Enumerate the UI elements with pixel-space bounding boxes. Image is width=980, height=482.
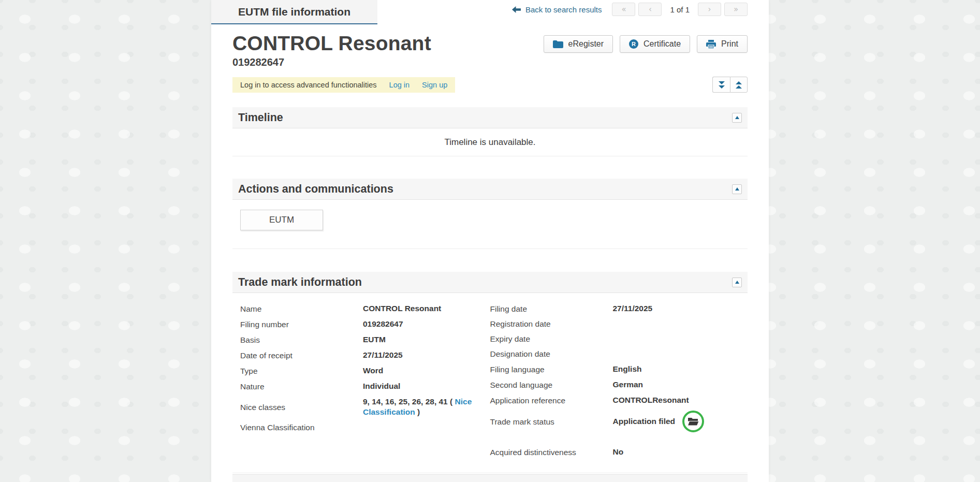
trademark-info-right-column: Filing date27/11/2025Registration dateEx… bbox=[490, 303, 748, 462]
trademark-info-body: NameCONTROL ResonantFiling number0192826… bbox=[232, 293, 748, 473]
chevron-up-icon bbox=[735, 281, 739, 284]
field-value: CONTROLResonant bbox=[613, 395, 689, 405]
chevron-up-icon bbox=[735, 116, 739, 119]
next-page-button[interactable]: › bbox=[698, 3, 721, 16]
field-label: Filing date bbox=[490, 304, 613, 314]
sign-up-link[interactable]: Sign up bbox=[422, 81, 447, 89]
field-value: 27/11/2025 bbox=[613, 303, 653, 314]
title-block: CONTROL Resonant 019282647 bbox=[232, 32, 431, 69]
actions-section-header: Actions and communications bbox=[232, 179, 748, 200]
field-row: Vienna Classification bbox=[240, 422, 475, 432]
field-value: 9, 14, 16, 25, 26, 28, 41 ( Nice Classif… bbox=[363, 397, 475, 417]
trademark-status-icon bbox=[682, 411, 704, 432]
field-label: Filing language bbox=[490, 364, 613, 374]
field-row: Filing date27/11/2025 bbox=[490, 303, 747, 314]
field-row: Acquired distinctivenessNo bbox=[490, 447, 747, 457]
field-value: No bbox=[613, 447, 624, 457]
field-label: Designation date bbox=[490, 349, 613, 359]
next-section-strip bbox=[232, 474, 748, 482]
field-value: 27/11/2025 bbox=[363, 350, 403, 360]
trademark-section-header: Trade mark information bbox=[232, 272, 748, 293]
field-value: German bbox=[613, 379, 643, 390]
field-label: Trade mark status bbox=[490, 417, 613, 427]
expand-all-button[interactable] bbox=[712, 77, 730, 93]
eregister-button[interactable]: eRegister bbox=[544, 35, 613, 53]
field-row: Expiry date bbox=[490, 334, 747, 344]
login-banner-message: Log in to access advanced functionalitie… bbox=[240, 81, 377, 89]
nice-classification-link[interactable]: Nice Classification bbox=[363, 397, 472, 416]
actions-body: EUTM bbox=[232, 200, 748, 249]
field-row: Trade mark statusApplication filed bbox=[490, 411, 747, 432]
field-label: Name bbox=[240, 304, 363, 314]
action-buttons: eRegister R Certificate Print bbox=[544, 35, 748, 53]
last-page-button[interactable]: » bbox=[724, 3, 748, 16]
field-row: NameCONTROL Resonant bbox=[240, 303, 475, 314]
back-link-label: Back to search results bbox=[525, 5, 602, 14]
previous-page-button[interactable]: ‹ bbox=[638, 3, 662, 16]
timeline-empty-message: Timeline is unavailable. bbox=[444, 137, 535, 148]
first-page-button[interactable]: « bbox=[612, 3, 635, 16]
log-in-link[interactable]: Log in bbox=[389, 81, 410, 89]
collapse-all-button[interactable] bbox=[730, 77, 748, 93]
printer-icon bbox=[706, 40, 716, 49]
top-bar: EUTM file information Back to search res… bbox=[232, 0, 748, 24]
field-label: Expiry date bbox=[490, 334, 613, 344]
field-label: Basis bbox=[240, 335, 363, 345]
tab-eutm-file-information[interactable]: EUTM file information bbox=[211, 0, 377, 24]
double-chevron-up-icon bbox=[735, 81, 742, 89]
page-title: CONTROL Resonant bbox=[232, 32, 431, 54]
field-label: Vienna Classification bbox=[240, 422, 363, 432]
field-row: Registration date bbox=[490, 319, 747, 329]
print-button[interactable]: Print bbox=[697, 35, 748, 53]
field-row: NatureIndividual bbox=[240, 381, 475, 391]
trademark-info-left-column: NameCONTROL ResonantFiling number0192826… bbox=[232, 303, 490, 462]
back-to-search-results-link[interactable]: Back to search results bbox=[512, 5, 602, 14]
title-row: CONTROL Resonant 019282647 eRegister R C… bbox=[232, 32, 748, 69]
timeline-collapse-button[interactable] bbox=[732, 113, 742, 123]
field-row: BasisEUTM bbox=[240, 334, 475, 345]
field-label: Acquired distinctiveness bbox=[490, 447, 613, 457]
field-value: 019282647 bbox=[363, 319, 403, 329]
login-row: Log in to access advanced functionalitie… bbox=[232, 77, 748, 93]
topbar-right: Back to search results « ‹ 1 of 1 › » bbox=[512, 3, 748, 16]
field-label: Registration date bbox=[490, 319, 613, 329]
field-label: Date of receipt bbox=[240, 350, 363, 360]
field-value: Word bbox=[363, 366, 383, 376]
field-label: Nice classes bbox=[240, 402, 363, 412]
eutm-tab-button[interactable]: EUTM bbox=[240, 210, 323, 230]
certificate-label: Certificate bbox=[643, 39, 681, 49]
eutm-file-page: EUTM file information Back to search res… bbox=[211, 0, 769, 482]
last-page-icon: » bbox=[734, 5, 738, 14]
tab-label: EUTM file information bbox=[238, 6, 350, 18]
first-page-icon: « bbox=[621, 5, 626, 14]
page-indicator: 1 of 1 bbox=[665, 5, 695, 14]
field-value: English bbox=[613, 364, 642, 374]
field-row: Designation date bbox=[490, 349, 747, 359]
trademark-information-section: Trade mark information NameCONTROL Reson… bbox=[232, 272, 748, 473]
trademark-section-title: Trade mark information bbox=[238, 276, 362, 289]
field-row: Second languageGerman bbox=[490, 379, 747, 390]
field-value: CONTROL Resonant bbox=[363, 303, 441, 314]
timeline-section: Timeline Timeline is unavailable. bbox=[232, 107, 748, 156]
field-row: Application referenceCONTROLResonant bbox=[490, 395, 747, 405]
field-value: EUTM bbox=[363, 334, 386, 345]
field-row: TypeWord bbox=[240, 366, 475, 376]
back-arrow-icon bbox=[512, 6, 521, 13]
expand-collapse-all-group bbox=[712, 77, 748, 93]
actions-collapse-button[interactable] bbox=[732, 184, 742, 194]
field-row: Nice classes9, 14, 16, 25, 26, 28, 41 ( … bbox=[240, 397, 475, 417]
field-label: Application reference bbox=[490, 396, 613, 405]
field-label: Nature bbox=[240, 382, 363, 391]
print-label: Print bbox=[721, 39, 738, 49]
double-chevron-down-icon bbox=[718, 81, 725, 89]
registered-mark-icon: R bbox=[629, 39, 638, 49]
field-row: Filing number019282647 bbox=[240, 319, 475, 329]
results-pager: « ‹ 1 of 1 › » bbox=[612, 3, 748, 16]
field-label: Second language bbox=[490, 380, 613, 390]
field-row: Date of receipt27/11/2025 bbox=[240, 350, 475, 360]
timeline-section-title: Timeline bbox=[238, 111, 283, 124]
field-row: Filing languageEnglish bbox=[490, 364, 747, 374]
certificate-button[interactable]: R Certificate bbox=[620, 35, 690, 53]
trademark-collapse-button[interactable] bbox=[732, 277, 742, 287]
folder-icon bbox=[553, 40, 563, 48]
